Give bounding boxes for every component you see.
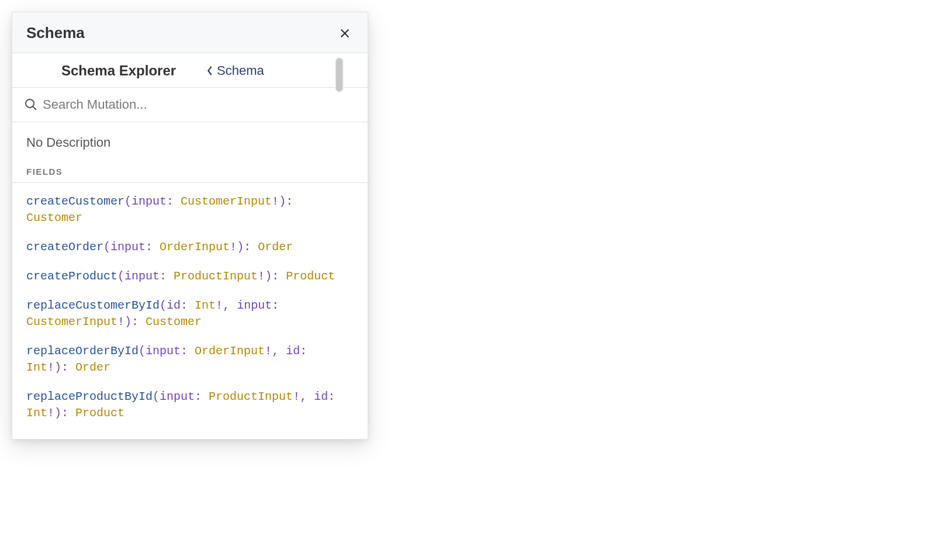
field-row[interactable]: createOrder(input: OrderInput!): Order	[26, 239, 354, 255]
arg-name: input	[110, 240, 146, 254]
svg-point-2	[26, 99, 34, 108]
paren-close: ):	[237, 240, 258, 254]
search-row	[12, 88, 368, 122]
paren-close: ):	[265, 269, 286, 283]
colon: :	[167, 195, 181, 208]
field-row[interactable]: replaceOrderById(input: OrderInput!, id:…	[26, 343, 354, 376]
field-name: createOrder	[26, 240, 103, 254]
svg-line-3	[33, 106, 36, 110]
field-name: replaceOrderById	[26, 344, 139, 358]
colon: :	[181, 344, 195, 358]
colon: :	[195, 390, 209, 403]
required-bang: !	[47, 406, 54, 420]
search-input[interactable]	[43, 94, 356, 116]
required-bang: !	[117, 315, 124, 329]
required-bang: !	[47, 361, 54, 374]
close-icon	[338, 27, 351, 40]
colon: :	[181, 299, 195, 312]
field-name: replaceProductById	[26, 390, 153, 403]
return-type: Product	[286, 269, 335, 283]
panel-header: Schema	[12, 12, 368, 53]
return-type: Order	[258, 240, 293, 254]
paren-close: ):	[54, 406, 75, 420]
paren-close: ):	[124, 315, 146, 329]
chevron-left-icon	[206, 65, 213, 76]
field-name: createCustomer	[26, 195, 124, 208]
field-row[interactable]: createProduct(input: ProductInput!): Pro…	[26, 268, 354, 285]
arg-name: input	[124, 269, 160, 283]
paren-close: ):	[279, 195, 293, 208]
required-bang: !	[293, 390, 300, 403]
paren-close: ):	[54, 361, 75, 374]
paren-open: (	[103, 240, 110, 254]
field-row[interactable]: createCustomer(input: CustomerInput!): C…	[26, 193, 354, 226]
required-bang: !	[258, 269, 265, 283]
comma: ,	[223, 299, 237, 312]
colon: :	[328, 390, 335, 403]
paren-open: (	[153, 390, 160, 403]
required-bang: !	[265, 344, 272, 358]
colon: :	[160, 269, 174, 283]
return-type: Order	[75, 361, 110, 374]
explorer-bar: Schema Explorer Schema	[12, 53, 368, 88]
paren-open: (	[139, 344, 146, 358]
paren-open: (	[117, 269, 124, 283]
breadcrumb-back-link[interactable]: Schema	[206, 63, 264, 78]
schema-panel: Schema Schema Explorer Schema No Descrip…	[12, 12, 368, 440]
arg-type: CustomerInput	[26, 315, 117, 329]
breadcrumb-label: Schema	[217, 63, 264, 78]
arg-name: input	[237, 299, 272, 312]
arg-type: OrderInput	[195, 344, 265, 358]
arg-type: ProductInput	[209, 390, 293, 403]
return-type: Customer	[146, 315, 202, 329]
arg-type: ProductInput	[174, 269, 258, 283]
field-name: replaceCustomerById	[26, 299, 160, 312]
search-icon	[24, 98, 38, 112]
colon: :	[146, 240, 160, 254]
return-type: Customer	[26, 211, 82, 224]
explorer-title: Schema Explorer	[61, 63, 176, 79]
fields-list: createCustomer(input: CustomerInput!): C…	[12, 183, 368, 439]
required-bang: !	[216, 299, 223, 312]
arg-name: id	[286, 344, 300, 358]
arg-name: id	[167, 299, 181, 312]
field-row[interactable]: replaceProductById(input: ProductInput!,…	[26, 389, 354, 421]
arg-name: input	[146, 344, 181, 358]
type-description: No Description	[12, 122, 368, 167]
colon: :	[272, 299, 279, 312]
required-bang: !	[230, 240, 237, 254]
paren-open: (	[160, 299, 167, 312]
close-button[interactable]	[336, 25, 354, 42]
fields-heading: FIELDS	[12, 167, 368, 183]
panel-title: Schema	[26, 24, 85, 42]
arg-type: Int	[26, 361, 47, 374]
field-row[interactable]: replaceCustomerById(id: Int!, input: Cus…	[26, 298, 354, 330]
arg-name: input	[160, 390, 195, 403]
arg-name: id	[314, 390, 328, 403]
arg-type: CustomerInput	[181, 195, 272, 208]
arg-type: Int	[26, 406, 47, 420]
return-type: Product	[75, 406, 124, 420]
arg-type: OrderInput	[160, 240, 230, 254]
comma: ,	[272, 344, 286, 358]
required-bang: !	[272, 195, 279, 208]
comma: ,	[300, 390, 314, 403]
colon: :	[300, 344, 307, 358]
field-name: createProduct	[26, 269, 117, 283]
scrollbar-thumb[interactable]	[335, 58, 343, 92]
paren-open: (	[124, 195, 132, 208]
arg-name: input	[132, 195, 167, 208]
arg-type: Int	[195, 299, 216, 312]
